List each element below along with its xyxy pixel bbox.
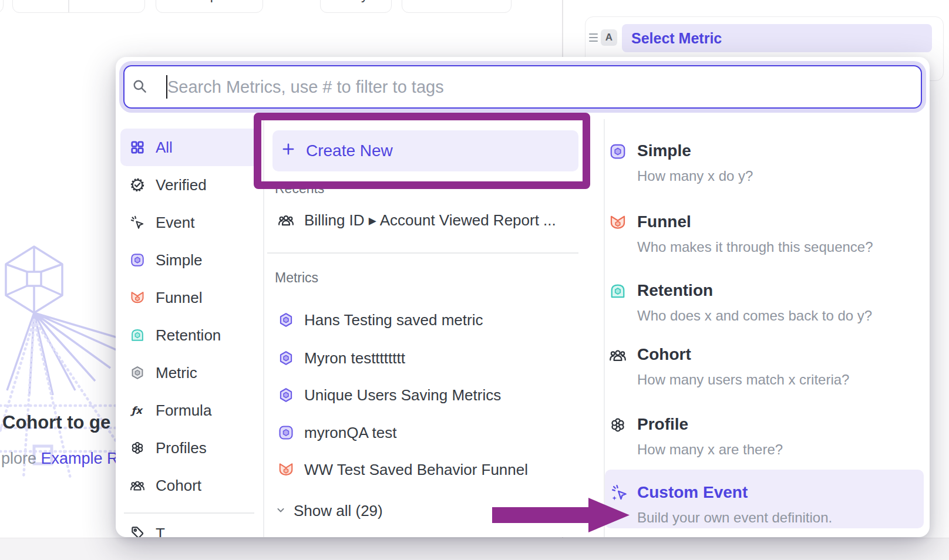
sidebar-item-label: Cohort [156,477,201,495]
cohort-icon [278,212,294,228]
funnel-icon [130,290,145,305]
compare-button[interactable]: Compare [156,0,263,13]
recents-header: Recents [275,181,324,197]
sidebar-item-label: Funnel [156,289,203,307]
select-metric-pill[interactable]: Select Metric [622,24,932,52]
tag-icon [130,525,145,537]
metric-type-simple[interactable]: SimpleHow many x do y? [605,137,924,194]
grid-icon [130,140,145,155]
sidebar-item-simple[interactable]: Simple [120,241,260,279]
sidebar-item-verified[interactable]: Verified [120,166,260,204]
sidebar-item-label: Event [156,214,195,232]
sidebar-divider [263,119,264,537]
metric-type-title: Funnel [637,212,691,231]
chart-type-line-button[interactable]: Line [402,0,511,13]
event-icon [130,215,145,230]
profiles-icon [130,440,145,456]
saved-metric-item[interactable]: Myron testttttttt [278,342,405,375]
app-root: 12M XTD Compare Day Line A Select Metric [0,0,949,560]
show-all-label: Show all (29) [294,502,383,520]
interval-day-button[interactable]: Day [320,0,392,13]
retention-icon [609,282,627,300]
date-range-partial-button[interactable] [0,0,4,13]
custom-event-icon [611,484,628,502]
create-new-label: Create New [306,141,393,160]
range-12m-label: 12M [28,0,54,3]
cohort-icon [130,478,145,493]
drag-handle-icon[interactable] [589,31,598,44]
select-metric-label: Select Metric [631,30,722,47]
metric-type-custom-event[interactable]: Custom EventBuild your own event definit… [605,470,924,528]
saved-metric-label: WW Test Saved Behavior Funnel [304,461,528,479]
metric-purple-icon [278,312,294,328]
recent-item-label: Billing ID ▸ Account Viewed Report ... [304,211,556,230]
sidebar-item-event[interactable]: Event [120,204,260,241]
svg-text:ƒx: ƒx [130,404,143,416]
metric-icon [130,365,145,380]
simple-icon [609,143,627,160]
metric-type-description: Who makes it through this sequence? [637,239,873,255]
clause-letter-badge[interactable]: A [601,29,617,46]
metric-type-description: How many users match x criteria? [637,372,849,388]
simple-icon [278,424,294,441]
plus-icon [281,141,296,161]
sidebar-item-all[interactable]: All [120,129,260,166]
profiles-icon [609,416,627,434]
saved-metric-label: Unique Users Saving Metrics [304,386,501,404]
category-sidebar: AllVerifiedEventSimpleFunnelRetentionMet… [120,129,260,504]
metric-type-cohort[interactable]: CohortHow many users match x criteria? [605,341,924,397]
sidebar-item-formula[interactable]: ƒxFormula [120,392,260,429]
sidebar-section-divider [124,512,254,514]
metric-search-box[interactable] [123,65,922,109]
example-reports-link[interactable]: Example R [41,450,119,467]
metric-search-input[interactable] [147,77,921,97]
saved-metric-item[interactable]: Unique Users Saving Metrics [278,379,501,411]
saved-metric-item[interactable]: myronQA test [278,416,397,449]
metric-type-title: Cohort [637,345,691,364]
range-xtd-label: XTD [86,0,113,3]
sidebar-item-cohort[interactable]: Cohort [120,467,260,504]
metric-purple-icon [278,387,294,403]
empty-state-illustration [0,197,117,478]
compare-label: Compare [181,0,237,3]
simple-icon [130,252,145,268]
chevron-down-icon [118,0,127,3]
range-12m-segment[interactable]: 12M [13,0,68,12]
metric-type-description: How many x are there? [637,441,783,458]
cohort-icon [609,346,627,364]
create-new-button[interactable]: Create New [272,130,578,171]
recents-divider [267,252,578,254]
metric-type-retention[interactable]: RetentionWho does x and comes back to do… [605,277,924,333]
sidebar-item-label-fragment: T [156,525,165,537]
category-sidebar-partial-row[interactable]: T [120,525,260,537]
metric-type-description: Build your own event definition. [637,510,832,526]
metrics-header: Metrics [275,270,318,286]
page-bottom-strip [0,538,949,560]
sidebar-item-metric[interactable]: Metric [120,354,260,392]
metric-type-profile[interactable]: ProfileHow many x are there? [605,411,924,467]
metric-type-title: Retention [637,281,713,300]
explore-text-fragment: plore [1,450,41,467]
sidebar-item-profiles[interactable]: Profiles [120,429,260,467]
show-all-button[interactable]: Show all (29) [275,494,383,527]
saved-metric-label: myronQA test [304,424,397,442]
sidebar-item-label: All [156,139,173,157]
sidebar-item-retention[interactable]: Retention [120,316,260,354]
saved-metric-label: Hans Testing saved metric [304,311,483,329]
range-xtd-segment[interactable]: XTD [69,0,145,12]
sidebar-item-label: Verified [156,176,207,194]
recent-item[interactable]: Billing ID ▸ Account Viewed Report ... [278,204,556,237]
line-chart-icon [432,0,449,5]
interval-label: Day [344,0,368,3]
chart-type-label: Line [456,0,481,3]
sidebar-item-funnel[interactable]: Funnel [120,279,260,316]
saved-metric-item[interactable]: Hans Testing saved metric [278,303,483,336]
sidebar-item-label: Simple [156,251,202,269]
saved-metric-item[interactable]: WW Test Saved Behavior Funnel [278,453,528,486]
search-icon [132,78,147,96]
funnel-icon [278,461,294,478]
metric-type-funnel[interactable]: FunnelWho makes it through this sequence… [605,208,924,265]
metric-type-description: Who does x and comes back to do y? [637,308,872,324]
empty-state-headline-fragment: Cohort to ge [2,412,110,433]
range-toggle-group[interactable]: 12M XTD [12,0,145,13]
